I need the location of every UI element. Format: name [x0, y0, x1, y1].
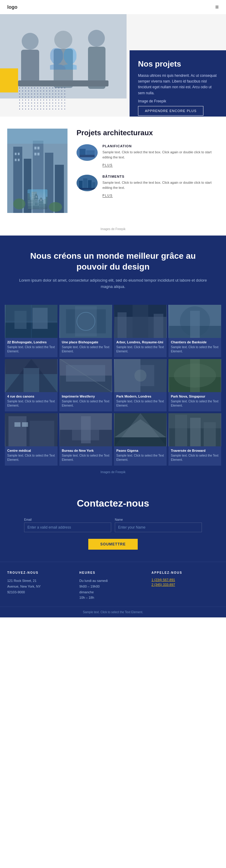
- project-item-9[interactable]: Centre médical Sample text. Click to sel…: [5, 413, 58, 466]
- phone-2[interactable]: 2 (345) 333-897: [151, 583, 214, 586]
- svg-rect-21: [34, 153, 36, 155]
- project-label-2: Une place Bishopsgate Sample text. Click…: [59, 338, 112, 357]
- arch-section: Projets architecturaux PLANIFICATION Sam…: [0, 117, 226, 225]
- name-input[interactable]: [115, 523, 202, 532]
- project-item-6[interactable]: Imprimerie Westferry Sample text. Click …: [59, 359, 112, 411]
- arch-building-image: [7, 129, 67, 213]
- project-image-1: [5, 305, 58, 338]
- project-text-9: Sample text. Click to select the Text El…: [7, 454, 55, 462]
- design-banner: Nous créons un monde meilleur grâce au p…: [0, 236, 226, 299]
- project-text-2: Sample text. Click to select the Text El…: [62, 345, 110, 353]
- footer-columns: TROUVEZ-NOUS 121 Rock Street, 21Avenue, …: [0, 562, 226, 607]
- arch-svg: [7, 129, 67, 213]
- arch-item-buildings: BÂTIMENTS Sample text. Click to select t…: [77, 175, 219, 198]
- project-item-1[interactable]: 22 Bishopsgate, Londres Sample text. Cli…: [5, 305, 58, 357]
- project-text-5: Sample text. Click to select the Text El…: [7, 399, 55, 408]
- call-us-title: APPELEZ-NOUS: [151, 571, 214, 575]
- proj-svg-8: [169, 359, 221, 392]
- footer-bottom-text: Sample text. Click to select the Text El…: [83, 611, 143, 614]
- buildings-thumb-svg: [77, 175, 97, 191]
- project-label-7: Park Modern, Londres Sample text. Click …: [114, 392, 167, 411]
- svg-point-25: [49, 202, 62, 212]
- svg-rect-75: [15, 422, 21, 427]
- buildings-plus-link[interactable]: PLUS: [103, 194, 113, 197]
- proj-svg-11: [114, 413, 166, 446]
- project-item-8[interactable]: Park Nova, Singapour Sample text. Click …: [168, 359, 221, 411]
- grid-row-1: 22 Bishopsgate, Londres Sample text. Cli…: [5, 305, 221, 357]
- header: logo ≡: [0, 0, 226, 14]
- project-name-9: Centre médical: [7, 449, 55, 453]
- project-name-2: Une place Bishopsgate: [62, 340, 110, 344]
- arch-item-buildings-text: BÂTIMENTS Sample text. Click to select t…: [103, 175, 219, 198]
- footer-hours: HEURES Du lundi au samedi9h00 – 19h00dim…: [75, 571, 146, 600]
- hero-credit: Image de Freepik: [138, 98, 218, 104]
- proj-svg-6: [60, 359, 112, 392]
- footer-find-us: TROUVEZ-NOUS 121 Rock Street, 21Avenue, …: [7, 571, 75, 600]
- project-item-3[interactable]: Arbor, Londres, Royaume-Uni Sample text.…: [114, 305, 167, 357]
- project-name-8: Park Nova, Singapour: [171, 395, 219, 398]
- svg-rect-48: [133, 305, 148, 338]
- buildings-subtitle: BÂTIMENTS: [103, 175, 219, 178]
- svg-rect-58: [24, 368, 39, 392]
- grid-row-2: 4 rue des canons Sample text. Click to s…: [5, 359, 221, 411]
- planning-plus-link[interactable]: PLUS: [103, 163, 113, 167]
- phone-1[interactable]: 1 (234) 567-891: [151, 578, 214, 582]
- buildings-text: Sample text. Click to select the text bo…: [103, 180, 219, 190]
- menu-icon[interactable]: ≡: [215, 4, 219, 10]
- svg-rect-73: [8, 416, 27, 446]
- svg-rect-18: [18, 159, 20, 161]
- yellow-accent-block: [0, 68, 18, 92]
- svg-rect-61: [66, 365, 105, 381]
- project-name-11: Paseo Gigena: [116, 449, 164, 453]
- project-image-7: [114, 359, 167, 392]
- project-item-7[interactable]: Park Modern, Londres Sample text. Click …: [114, 359, 167, 411]
- project-name-6: Imprimerie Westferry: [62, 395, 110, 398]
- svg-rect-40: [15, 311, 27, 329]
- proj-svg-3: [114, 305, 166, 338]
- project-item-11[interactable]: Paseo Gigena Sample text. Click to selec…: [114, 413, 167, 466]
- project-text-1: Sample text. Click to select the Text El…: [7, 345, 55, 353]
- project-image-6: [59, 359, 112, 392]
- arch-item-planning-text: PLANIFICATION Sample text. Click to sele…: [103, 144, 219, 167]
- project-item-5[interactable]: 4 rue des canons Sample text. Click to s…: [5, 359, 58, 411]
- submit-button[interactable]: SOUMETTRE: [88, 539, 138, 550]
- hours-text: Du lundi au samedi9h00 – 19h00dimanche10…: [79, 578, 142, 600]
- svg-rect-85: [114, 437, 166, 446]
- svg-rect-71: [190, 359, 200, 392]
- project-image-12: [168, 413, 221, 446]
- svg-rect-50: [154, 314, 163, 338]
- proj-svg-5: [5, 359, 57, 392]
- project-item-10[interactable]: Bureau de New York Sample text. Click to…: [59, 413, 112, 466]
- svg-rect-74: [30, 421, 54, 446]
- project-text-3: Sample text. Click to select the Text El…: [116, 345, 164, 353]
- proj-svg-7: [114, 359, 166, 392]
- project-item-4[interactable]: Chantiers de Bankside Sample text. Click…: [168, 305, 221, 357]
- svg-rect-29: [80, 155, 95, 157]
- name-field-container: Name: [115, 518, 202, 532]
- project-label-8: Park Nova, Singapour Sample text. Click …: [168, 392, 221, 411]
- email-input[interactable]: [24, 523, 111, 532]
- project-image-8: [168, 359, 221, 392]
- footer-bottom: Sample text. Click to select the Text El…: [0, 607, 226, 617]
- project-text-7: Sample text. Click to select the Text El…: [116, 399, 164, 408]
- svg-rect-88: [175, 415, 187, 446]
- project-image-2: [59, 305, 112, 338]
- learn-more-button[interactable]: APPRENDRE ENCORE PLUS: [138, 106, 203, 116]
- project-item-2[interactable]: Une place Bishopsgate Sample text. Click…: [59, 305, 112, 357]
- project-text-10: Sample text. Click to select the Text El…: [62, 454, 110, 462]
- svg-rect-20: [37, 147, 39, 149]
- svg-point-24: [13, 198, 25, 209]
- project-name-12: Traversée de Broward: [171, 449, 219, 453]
- project-label-3: Arbor, Londres, Royaume-Uni Sample text.…: [114, 338, 167, 357]
- proj-svg-2: [60, 305, 112, 338]
- project-name-4: Chantiers de Bankside: [171, 340, 219, 344]
- proj-svg-4: [169, 305, 221, 338]
- arch-content: Projets architecturaux PLANIFICATION Sam…: [77, 129, 219, 213]
- project-image-3: [114, 305, 167, 338]
- project-image-9: [5, 413, 58, 446]
- project-item-12[interactable]: Traversée de Broward Sample text. Click …: [168, 413, 221, 466]
- svg-point-67: [134, 370, 146, 381]
- project-label-11: Paseo Gigena Sample text. Click to selec…: [114, 446, 167, 466]
- dot-pattern: [18, 87, 66, 111]
- svg-rect-44: [75, 306, 97, 336]
